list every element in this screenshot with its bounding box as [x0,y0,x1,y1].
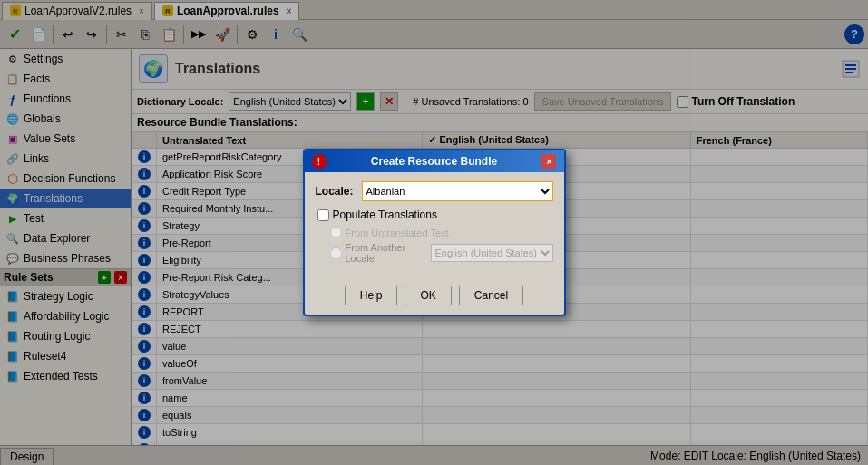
radio-from-untranslated[interactable] [330,227,342,238]
radio-from-another-label: From Another Locale [346,242,427,264]
populate-label: Populate Translations [333,208,437,221]
dialog-title-bar: ! Create Resource Bundle × [305,150,564,172]
dialog-footer: Help OK Cancel [305,280,564,315]
dialog-help-btn[interactable]: Help [345,286,398,305]
dialog-title-icon: ! [312,154,327,169]
populate-checkbox-row: Populate Translations [316,208,553,221]
another-locale-select[interactable]: English (United States) [431,244,553,262]
radio-from-another-row: From Another Locale English (United Stat… [330,242,553,264]
radio-from-untranslated-row: From Untranslated Text [330,227,553,238]
dialog-title: Create Resource Bundle [371,155,497,168]
dialog-locale-label: Locale: [316,185,356,198]
radio-from-untranslated-label: From Untranslated Text [346,228,449,238]
modal-overlay: ! Create Resource Bundle × Locale: Alban… [0,0,868,465]
dialog-locale-select[interactable]: Albanian English (United States) French … [362,181,553,201]
create-resource-bundle-dialog: ! Create Resource Bundle × Locale: Alban… [303,149,566,316]
dialog-cancel-btn[interactable]: Cancel [459,286,523,305]
radio-from-another[interactable] [330,247,342,259]
dialog-body: Locale: Albanian English (United States)… [305,172,564,280]
dialog-radio-group: From Untranslated Text From Another Loca… [316,227,553,264]
dialog-locale-row: Locale: Albanian English (United States)… [316,181,553,201]
dialog-close-btn[interactable]: × [541,154,556,169]
dialog-ok-btn[interactable]: OK [405,286,451,305]
populate-checkbox[interactable] [317,209,329,221]
